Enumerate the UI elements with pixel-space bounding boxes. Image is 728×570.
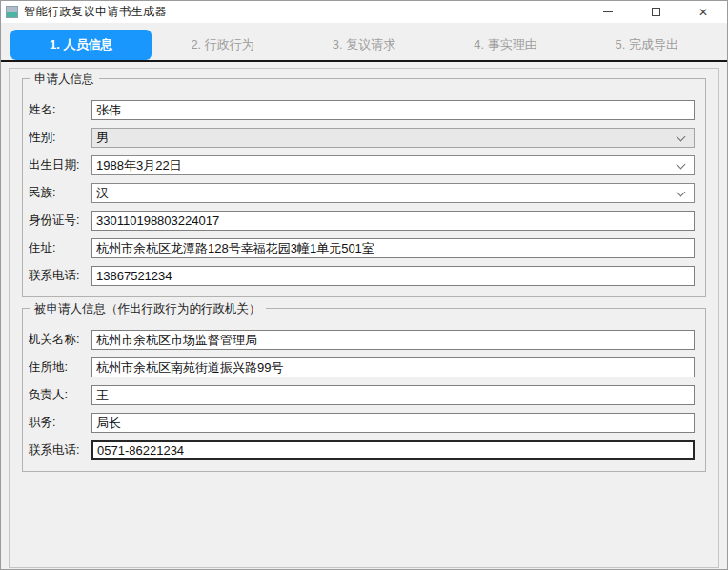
name-input[interactable] (91, 100, 695, 120)
form-row: 住所地: (29, 357, 695, 377)
person-in-charge-label: 负责人: (29, 387, 91, 403)
chevron-down-icon (677, 187, 686, 196)
applicant-info-groupbox: 申请人信息 姓名: 性别: 男 出生日期: 1988年3月22日 (22, 78, 706, 297)
form-row: 出生日期: 1988年3月22日 (29, 155, 695, 175)
birthdate-value: 1988年3月22日 (96, 157, 677, 174)
title-bar: 智能行政复议申请书生成器 ✕ (1, 1, 727, 23)
gender-value: 男 (96, 130, 677, 147)
form-row: 身份证号: (29, 211, 695, 231)
respondent-info-groupbox: 被申请人信息（作出行政行为的行政机关） 机关名称: 住所地: 负责人: 职务: … (22, 308, 706, 472)
window-title: 智能行政复议申请书生成器 (24, 4, 167, 20)
minimize-button[interactable] (584, 1, 632, 23)
ethnicity-label: 民族: (29, 185, 91, 201)
agency-address-label: 住所地: (29, 359, 91, 376)
form-row: 联系电话: (29, 440, 695, 460)
phone-input[interactable] (91, 266, 695, 286)
address-input[interactable] (91, 238, 695, 258)
form-row: 姓名: (29, 100, 695, 120)
chevron-down-icon (677, 159, 686, 169)
tab-facts-reasons[interactable]: 4. 事实理由 (435, 30, 576, 60)
form-row: 联系电话: (29, 266, 695, 286)
app-window: 智能行政复议申请书生成器 ✕ 1. 人员信息 2. 行政行为 3. 复议请求 4… (0, 0, 728, 570)
form-row: 住址: (29, 238, 695, 258)
form-row: 民族: 汉 (29, 183, 695, 203)
id-number-label: 身份证号: (29, 213, 91, 229)
form-row: 负责人: (29, 385, 695, 405)
agency-name-input[interactable] (91, 330, 695, 350)
gender-label: 性别: (29, 130, 91, 146)
address-label: 住址: (29, 240, 91, 256)
chevron-down-icon (677, 132, 686, 141)
respondent-groupbox-legend: 被申请人信息（作出行政行为的行政机关） (30, 301, 266, 317)
ethnicity-combobox[interactable]: 汉 (91, 183, 695, 203)
gender-combobox[interactable]: 男 (91, 128, 695, 148)
position-input[interactable] (91, 413, 695, 433)
tab-personnel-info[interactable]: 1. 人员信息 (10, 30, 152, 60)
birthdate-combobox[interactable]: 1988年3月22日 (91, 155, 695, 175)
name-label: 姓名: (29, 102, 91, 118)
form-row: 机关名称: (29, 330, 695, 350)
position-label: 职务: (29, 415, 91, 431)
close-icon: ✕ (698, 7, 708, 18)
id-number-input[interactable] (91, 211, 695, 231)
agency-phone-label: 联系电话: (29, 442, 91, 458)
window-controls: ✕ (584, 1, 727, 23)
agency-phone-input[interactable] (91, 440, 695, 460)
applicant-groupbox-legend: 申请人信息 (30, 71, 99, 88)
maximize-icon (652, 8, 660, 16)
close-button[interactable]: ✕ (679, 1, 727, 23)
phone-label: 联系电话: (29, 268, 91, 284)
tab-administrative-act[interactable]: 2. 行政行为 (152, 30, 293, 60)
wizard-tab-bar: 1. 人员信息 2. 行政行为 3. 复议请求 4. 事实理由 5. 完成导出 (1, 23, 727, 62)
agency-address-input[interactable] (91, 357, 695, 377)
app-icon (6, 6, 18, 18)
person-in-charge-input[interactable] (91, 385, 695, 405)
tab-finish-export[interactable]: 5. 完成导出 (576, 30, 718, 60)
form-row: 职务: (29, 413, 695, 433)
content-frame: 申请人信息 姓名: 性别: 男 出生日期: 1988年3月22日 (9, 68, 719, 568)
birthdate-label: 出生日期: (29, 157, 91, 173)
minimize-icon (603, 11, 613, 12)
tab-reconsideration-request[interactable]: 3. 复议请求 (293, 30, 435, 60)
ethnicity-value: 汉 (96, 185, 677, 202)
maximize-button[interactable] (632, 1, 679, 23)
agency-name-label: 机关名称: (29, 332, 91, 348)
form-row: 性别: 男 (29, 128, 695, 148)
